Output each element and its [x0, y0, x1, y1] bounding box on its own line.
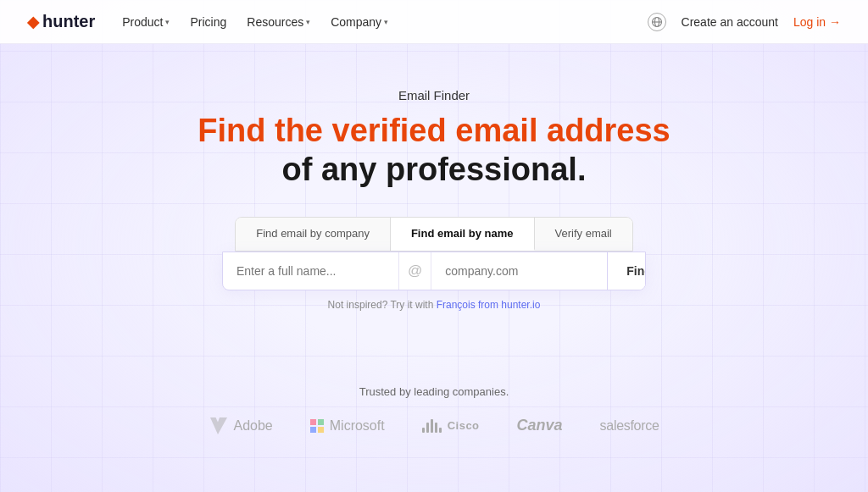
search-bar: @ Find [222, 252, 646, 290]
search-tabs: Find email by company Find email by name… [17, 217, 851, 252]
nav-pricing[interactable]: Pricing [190, 15, 226, 29]
microsoft-label: Microsoft [330, 418, 385, 434]
cisco-icon [422, 419, 442, 433]
logo[interactable]: ◆ hunter [27, 12, 95, 31]
hint-link[interactable]: François from hunter.io [437, 299, 541, 311]
microsoft-logo: Microsoft [310, 418, 385, 434]
logo-icon: ◆ [27, 13, 39, 31]
cisco-logo: Cisco [422, 419, 480, 433]
adobe-logo: Adobe [209, 417, 272, 434]
hero-section: Email Finder Find the verified email add… [0, 44, 868, 368]
create-account-link[interactable]: Create an account [682, 15, 778, 29]
trust-section: Trusted by leading companies. Adobe Micr… [0, 368, 868, 460]
microsoft-icon [310, 419, 324, 433]
nav-company[interactable]: Company ▾ [331, 15, 388, 29]
domain-input[interactable] [431, 252, 607, 290]
chevron-down-icon: ▾ [165, 18, 170, 26]
salesforce-label: salesforce [600, 418, 659, 434]
search-hint: Not inspired? Try it with François from … [17, 299, 851, 311]
language-selector[interactable] [648, 13, 666, 31]
nav-links: Product ▾ Pricing Resources ▾ Company ▾ [122, 15, 647, 29]
salesforce-logo: salesforce [600, 418, 659, 434]
navbar: ◆ hunter Product ▾ Pricing Resources ▾ C… [0, 0, 868, 44]
tab-find-by-company[interactable]: Find email by company [236, 218, 391, 251]
hero-title-line2: of any professional. [17, 150, 851, 191]
find-button[interactable]: Find [607, 252, 646, 290]
canva-logo: Canva [517, 417, 563, 434]
hero-title-line1: Find the verified email address [17, 113, 851, 150]
cisco-label: Cisco [448, 419, 480, 432]
search-section: @ Find [17, 252, 851, 290]
name-input[interactable] [223, 252, 398, 290]
at-icon: @ [398, 252, 431, 290]
chevron-down-icon: ▾ [384, 18, 388, 26]
nav-resources[interactable]: Resources ▾ [247, 15, 310, 29]
trust-label: Trusted by leading companies. [17, 385, 851, 398]
tabs-wrapper: Find email by company Find email by name… [235, 217, 633, 252]
logo-text: hunter [42, 12, 95, 31]
nav-right: Create an account Log in → [648, 13, 841, 31]
tab-find-by-name[interactable]: Find email by name [391, 218, 535, 251]
login-link[interactable]: Log in → [793, 15, 841, 29]
canva-label: Canva [517, 417, 563, 434]
adobe-label: Adobe [233, 418, 272, 434]
hero-eyebrow: Email Finder [17, 88, 851, 102]
chevron-down-icon: ▾ [306, 18, 310, 26]
nav-product[interactable]: Product ▾ [122, 15, 170, 29]
tab-verify-email[interactable]: Verify email [535, 218, 632, 251]
trust-logos: Adobe Microsoft [17, 417, 851, 434]
